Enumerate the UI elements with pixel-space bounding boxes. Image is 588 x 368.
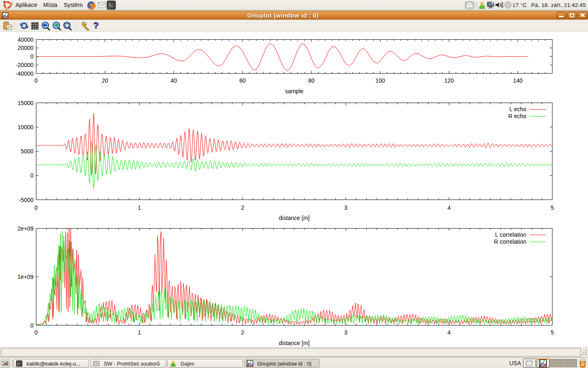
svg-text:1e+09: 1e+09 (18, 274, 34, 280)
svg-text:40: 40 (171, 77, 177, 84)
svg-text:0: 0 (35, 204, 38, 211)
svg-text:0: 0 (30, 322, 33, 329)
svg-text:40000: 40000 (18, 36, 33, 43)
svg-text:L echo: L echo (509, 106, 526, 112)
svg-text:1: 1 (138, 204, 141, 211)
svg-text:0: 0 (30, 172, 33, 179)
svg-text:20: 20 (102, 77, 108, 84)
svg-text:4: 4 (448, 329, 451, 336)
svg-text:5: 5 (551, 329, 554, 336)
svg-text:-20000: -20000 (16, 62, 33, 68)
svg-text:120: 120 (444, 77, 454, 84)
svg-text:5000: 5000 (21, 148, 33, 155)
svg-text:distance [m]: distance [m] (279, 340, 310, 346)
svg-text:0: 0 (30, 53, 33, 60)
svg-text:60: 60 (239, 77, 246, 84)
svg-text:2: 2 (241, 329, 244, 336)
svg-text:100: 100 (376, 77, 385, 84)
svg-text:15000: 15000 (18, 100, 33, 106)
svg-text:0: 0 (35, 329, 38, 336)
svg-text:20000: 20000 (18, 45, 33, 51)
svg-text:-40000: -40000 (16, 70, 33, 77)
svg-text:-5000: -5000 (19, 197, 33, 203)
svg-text:sample: sample (285, 88, 303, 94)
svg-text:R echo: R echo (508, 113, 527, 119)
svg-text:5: 5 (551, 204, 554, 211)
svg-text:0: 0 (35, 77, 38, 84)
svg-text:1: 1 (138, 329, 141, 336)
svg-text:R correlation: R correlation (494, 238, 526, 245)
svg-text:80: 80 (308, 77, 315, 84)
svg-text:3: 3 (344, 329, 347, 336)
svg-text:L correlation: L correlation (495, 231, 526, 238)
svg-text:2: 2 (241, 204, 244, 211)
svg-text:2e+09: 2e+09 (18, 225, 34, 232)
svg-text:4: 4 (448, 204, 451, 211)
svg-text:3: 3 (344, 204, 347, 211)
svg-text:140: 140 (513, 77, 523, 84)
svg-text:distance [m]: distance [m] (279, 215, 310, 221)
svg-text:10000: 10000 (18, 124, 33, 130)
